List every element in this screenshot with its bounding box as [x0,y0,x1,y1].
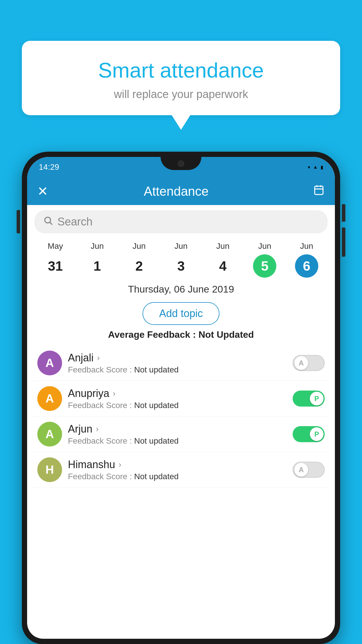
student-list: A Anjali › Feedback Score : Not updated … [27,345,335,488]
signal-icon: ▲ [313,164,318,170]
student-item-anupriya[interactable]: A Anupriya › Feedback Score : Not update… [33,381,329,416]
cal-day-4[interactable]: Jun 4 [211,242,235,278]
status-time: 14:29 [39,162,59,172]
volume-button [17,210,20,233]
status-icons: ▾ ▲ ▮ [308,164,323,170]
avatar-anupriya: A [37,386,62,411]
status-bar: 14:29 ▾ ▲ ▮ [27,157,335,177]
wifi-icon: ▾ [308,164,310,170]
chevron-icon: › [113,389,115,398]
cal-day-2[interactable]: Jun 2 [127,242,151,278]
student-name-himanshu: Himanshu [68,459,115,471]
feedback-himanshu: Feedback Score : Not updated [68,472,287,481]
feedback-anupriya: Feedback Score : Not updated [68,401,287,410]
avatar-himanshu: H [37,457,62,482]
toggle-anupriya[interactable]: P [293,391,325,407]
feedback-anjali: Feedback Score : Not updated [68,365,287,374]
student-name-anjali: Anjali [68,352,94,364]
avatar-arjun: A [37,422,62,447]
svg-rect-0 [315,186,323,195]
toggle-knob-anupriya: P [310,392,324,405]
calendar-icon[interactable] [313,184,325,198]
toggle-knob-anjali: A [294,356,308,370]
phone-frame: 14:29 ▾ ▲ ▮ ✕ Attendance [22,152,340,644]
student-item-arjun[interactable]: A Arjun › Feedback Score : Not updated P [33,416,329,452]
student-name-arjun: Arjun [68,423,92,435]
cal-day-1[interactable]: Jun 1 [86,242,109,278]
volume-down-button [342,228,345,257]
toggle-himanshu[interactable]: A [293,462,325,478]
bubble-title: Smart attendance [36,58,326,82]
calendar-strip: May 31 Jun 1 Jun 2 Jun 3 Jun 4 Jun 5 [27,239,335,278]
chevron-icon: › [97,353,100,363]
speech-bubble: Smart attendance will replace your paper… [22,41,340,115]
avg-feedback-value: Not Updated [198,329,254,340]
cal-day-6[interactable]: Jun 6 [295,242,318,278]
toggle-knob-himanshu: A [294,463,308,477]
toggle-anjali[interactable]: A [293,355,325,371]
bubble-subtitle: will replace your paperwork [36,88,326,101]
header-title: Attendance [39,184,313,199]
student-info-anupriya: Anupriya › Feedback Score : Not updated [62,387,293,410]
svg-point-4 [45,217,51,223]
power-button [342,204,345,222]
notch [161,157,201,170]
toggle-arjun[interactable]: P [293,426,325,442]
search-placeholder: Search [57,216,92,228]
battery-icon: ▮ [321,164,323,170]
search-bar[interactable]: Search [34,210,328,233]
camera [178,160,184,167]
avg-feedback-label: Average Feedback : [108,329,198,340]
cal-day-0[interactable]: May 31 [44,242,67,278]
phone-screen: 14:29 ▾ ▲ ▮ ✕ Attendance [27,157,335,639]
student-info-anjali: Anjali › Feedback Score : Not updated [62,352,293,374]
cal-day-3[interactable]: Jun 3 [169,242,193,278]
avatar-anjali: A [37,351,62,375]
average-feedback: Average Feedback : Not Updated [27,329,335,340]
svg-line-5 [50,222,52,225]
selected-date: Thursday, 06 June 2019 [27,278,335,299]
search-icon [43,216,53,228]
add-topic-button[interactable]: Add topic [143,302,219,325]
chevron-icon: › [119,460,121,469]
toggle-knob-arjun: P [310,427,324,441]
student-item-anjali[interactable]: A Anjali › Feedback Score : Not updated … [33,345,329,381]
student-info-himanshu: Himanshu › Feedback Score : Not updated [62,459,293,481]
student-name-anupriya: Anupriya [68,387,109,400]
feedback-arjun: Feedback Score : Not updated [68,436,287,446]
cal-day-5[interactable]: Jun 5 [253,242,276,278]
chevron-icon: › [96,424,99,434]
student-item-himanshu[interactable]: H Himanshu › Feedback Score : Not update… [33,452,329,488]
student-info-arjun: Arjun › Feedback Score : Not updated [62,423,293,446]
app-header: ✕ Attendance [27,177,335,205]
